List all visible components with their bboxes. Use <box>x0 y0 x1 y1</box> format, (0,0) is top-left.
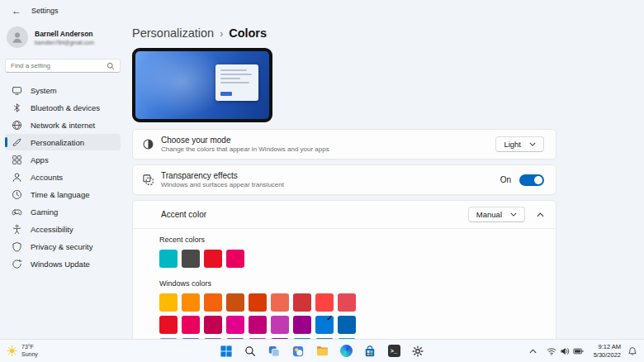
edge-icon <box>340 345 353 357</box>
color-swatch-selected[interactable] <box>315 316 334 334</box>
globe-icon <box>12 120 22 131</box>
color-swatch[interactable] <box>226 250 244 268</box>
mode-title: Choose your mode <box>161 136 329 145</box>
color-swatch[interactable] <box>204 250 222 268</box>
color-swatch[interactable] <box>249 293 267 312</box>
sidebar-item-apps[interactable]: Apps <box>5 151 121 168</box>
accent-mode-value: Manual <box>476 210 502 219</box>
accent-color-header[interactable]: Accent color Manual <box>133 201 556 229</box>
back-button[interactable]: ← <box>12 5 21 17</box>
color-swatch[interactable] <box>204 316 222 334</box>
widgets-icon <box>292 345 304 357</box>
transparency-title: Transparency effects <box>161 171 284 180</box>
color-swatch[interactable] <box>315 293 334 312</box>
card-transparency: Transparency effects Windows and surface… <box>132 164 556 195</box>
accent-mode-dropdown[interactable]: Manual <box>468 207 525 222</box>
taskbar-tray: 9:12 AM 5/30/2022 <box>529 343 637 359</box>
theme-preview-monitor <box>132 48 272 122</box>
terminal-icon: >_ <box>388 345 400 357</box>
task-view-icon <box>268 345 280 357</box>
task-view-button[interactable] <box>264 341 284 361</box>
update-arrows-icon <box>12 259 22 269</box>
taskbar-weather-widget[interactable]: 73°F Sunny <box>7 344 38 359</box>
chevron-up-icon <box>529 349 537 354</box>
windows-logo-icon <box>220 345 232 357</box>
windows-colors-label: Windows colors <box>159 279 544 288</box>
breadcrumb-personalization[interactable]: Personalization <box>132 26 214 40</box>
sidebar-item-network-internet[interactable]: Network & internet <box>5 117 121 133</box>
chevron-up-icon <box>537 212 544 217</box>
avatar <box>7 26 28 48</box>
person-icon <box>11 31 24 44</box>
gear-icon <box>412 345 424 357</box>
color-swatch[interactable] <box>159 250 178 268</box>
apps-grid-icon <box>12 155 22 165</box>
search-input[interactable] <box>11 62 107 69</box>
color-swatch[interactable] <box>271 316 289 334</box>
sidebar-item-accessibility[interactable]: Accessibility <box>5 221 121 237</box>
search-box[interactable] <box>5 59 121 73</box>
sidebar-item-personalization[interactable]: Personalization <box>5 134 121 150</box>
mode-icon <box>141 138 154 150</box>
sidebar-item-privacy-security[interactable]: Privacy & security <box>5 238 121 255</box>
terminal-button[interactable]: >_ <box>384 341 404 361</box>
person-icon <box>12 172 22 183</box>
titlebar: ← Settings <box>0 0 644 21</box>
color-swatch[interactable] <box>159 316 178 334</box>
tray-status-icons[interactable] <box>543 344 587 359</box>
bluetooth-icon <box>12 102 22 113</box>
user-profile[interactable]: Barnell Anderson bamdlen784@gmail.com <box>5 23 121 51</box>
color-swatch[interactable] <box>226 316 244 334</box>
store-button[interactable] <box>360 341 380 361</box>
gamepad-icon <box>12 207 22 217</box>
accent-collapse-button[interactable] <box>537 212 544 217</box>
page-title: Colors <box>229 26 267 40</box>
transparency-state-label: On <box>500 175 511 184</box>
store-bag-icon <box>364 345 376 357</box>
search-icon <box>244 345 256 357</box>
color-swatch[interactable] <box>204 293 222 312</box>
taskbar-clock[interactable]: 9:12 AM 5/30/2022 <box>594 343 621 359</box>
color-swatch[interactable] <box>182 293 200 312</box>
widgets-button[interactable] <box>288 341 308 361</box>
color-swatch[interactable] <box>226 293 244 312</box>
recent-colors-label: Recent colors <box>159 236 544 244</box>
color-swatch[interactable] <box>182 316 200 334</box>
color-swatch[interactable] <box>338 316 356 334</box>
settings-button[interactable] <box>408 341 428 361</box>
search-icon <box>107 62 115 70</box>
weather-condition: Sunny <box>21 351 38 359</box>
color-swatch[interactable] <box>293 293 311 312</box>
sidebar-item-gaming[interactable]: Gaming <box>5 203 121 220</box>
file-explorer-button[interactable] <box>312 341 332 361</box>
weather-temp: 73°F <box>21 344 38 351</box>
accessibility-person-icon <box>12 224 22 235</box>
windows-colors-grid <box>159 293 544 339</box>
color-swatch[interactable] <box>182 250 200 268</box>
color-swatch[interactable] <box>338 293 356 312</box>
color-swatch[interactable] <box>271 293 289 312</box>
taskbar-search-button[interactable] <box>240 341 260 361</box>
folder-icon <box>316 345 329 357</box>
start-button[interactable] <box>216 341 236 361</box>
sidebar-item-windows-update[interactable]: Windows Update <box>5 255 121 272</box>
wifi-icon <box>547 346 556 356</box>
sidebar-item-accounts[interactable]: Accounts <box>5 169 121 185</box>
tray-overflow-button[interactable] <box>529 349 537 354</box>
sidebar-item-bluetooth-devices[interactable]: Bluetooth & devices <box>5 99 121 116</box>
color-swatch[interactable] <box>249 316 267 334</box>
color-swatch[interactable] <box>159 293 178 312</box>
clock-date: 5/30/2022 <box>594 351 621 359</box>
mode-dropdown[interactable]: Light <box>495 136 544 152</box>
recent-colors-row <box>159 250 544 268</box>
app-title: Settings <box>31 7 59 15</box>
sidebar-item-system[interactable]: System <box>5 82 121 98</box>
transparency-toggle[interactable] <box>519 174 544 186</box>
chevron-down-icon <box>510 212 517 217</box>
volume-icon <box>560 346 570 356</box>
color-swatch[interactable] <box>293 316 311 334</box>
sidebar-item-time-language[interactable]: Time & language <box>5 186 121 202</box>
notification-center-button[interactable] <box>627 346 637 356</box>
edge-button[interactable] <box>336 341 356 361</box>
card-accent-color: Accent color Manual Recent colors Window… <box>132 200 556 339</box>
